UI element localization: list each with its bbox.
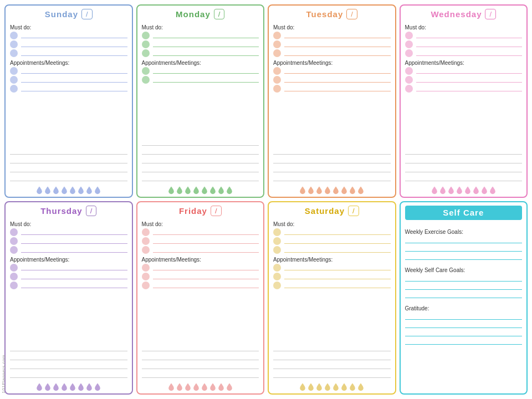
wednesday-notes (405, 94, 523, 182)
selfcare-exercise-label: Weekly Exercise Goals: (405, 229, 523, 235)
monday-title: Monday (176, 9, 211, 19)
monday-card: Monday / Must do: Appointments/Meetings: (136, 4, 265, 198)
tuesday-header: Tuesday / (273, 9, 391, 19)
monday-date-box[interactable]: / (214, 9, 225, 19)
sunday-todo-2 (10, 40, 127, 48)
thursday-water-tracker (10, 380, 127, 391)
saturday-appt-label: Appointments/Meetings: (273, 257, 391, 263)
sunday-appt-1 (10, 67, 127, 75)
thursday-card: Thursday / Must do: Appointments/Meeting… (4, 201, 133, 395)
sunday-title: Sunday (45, 9, 78, 19)
sunday-water-tracker (10, 183, 127, 195)
friday-header: Friday / (142, 206, 259, 216)
saturday-header: Saturday / (273, 206, 391, 216)
saturday-title: Saturday (305, 206, 345, 216)
sunday-appt-line-1[interactable] (21, 68, 127, 74)
selfcare-card: Self Care Weekly Exercise Goals: Weekly … (400, 201, 528, 395)
friday-date-box[interactable]: / (211, 206, 222, 216)
watermark: 101Planners.com (1, 355, 6, 393)
friday-water-tracker (142, 380, 259, 391)
thursday-date-box[interactable]: / (86, 206, 97, 216)
thursday-notes (10, 290, 127, 379)
tuesday-date-box[interactable]: / (346, 9, 357, 19)
saturday-card: Saturday / Must do: Appointments/Meeting… (268, 201, 396, 395)
sunday-bullet-2 (10, 40, 18, 48)
sunday-appt-3 (10, 85, 127, 93)
sunday-todo-1 (10, 32, 127, 39)
sunday-line-1[interactable] (21, 33, 127, 38)
sunday-todo-3 (10, 49, 127, 57)
saturday-date-box[interactable]: / (348, 206, 359, 216)
tuesday-water-tracker (273, 183, 391, 195)
sunday-drop-1[interactable] (36, 186, 43, 195)
monday-appt-label: Appointments/Meetings: (142, 60, 259, 66)
wednesday-card: Wednesday / Must do: Appointments/Meetin… (400, 4, 528, 198)
saturday-water-tracker (273, 380, 391, 391)
sunday-drop-4[interactable] (61, 186, 68, 195)
saturday-mustdo-label: Must do: (273, 221, 391, 227)
thursday-mustdo-label: Must do: (10, 221, 127, 227)
selfcare-goals-label: Weekly Self Care Goals: (405, 267, 523, 273)
tuesday-notes (273, 94, 391, 182)
tuesday-appt-label: Appointments/Meetings: (273, 60, 391, 66)
saturday-notes (273, 290, 391, 379)
sunday-bullet-1 (10, 32, 18, 39)
friday-appt-label: Appointments/Meetings: (142, 257, 259, 263)
wednesday-mustdo-label: Must do: (405, 24, 523, 30)
sunday-drop-8[interactable] (94, 186, 101, 195)
friday-title: Friday (179, 206, 207, 216)
sunday-bullet-3 (10, 49, 18, 57)
sunday-card: Sunday / Must do: Appointments/Meetings: (4, 4, 133, 198)
thursday-header: Thursday / (10, 206, 127, 216)
sunday-date-box[interactable]: / (81, 9, 93, 19)
friday-card: Friday / Must do: Appointments/Meetings: (136, 201, 265, 395)
sunday-drop-2[interactable] (44, 186, 51, 195)
sunday-appt-label: Appointments/Meetings: (10, 60, 127, 66)
friday-mustdo-label: Must do: (142, 221, 259, 227)
planner-grid: Sunday / Must do: Appointments/Meetings: (0, 0, 532, 399)
sunday-drop-5[interactable] (69, 186, 76, 195)
wednesday-water-tracker (405, 183, 523, 195)
sunday-appt-line-3[interactable] (21, 86, 127, 91)
sunday-drop-3[interactable] (53, 186, 59, 195)
sunday-line-3[interactable] (21, 50, 127, 56)
sunday-drop-6[interactable] (78, 186, 84, 195)
wednesday-appt-label: Appointments/Meetings: (405, 60, 523, 66)
tuesday-card: Tuesday / Must do: Appointments/Meetings… (268, 4, 396, 198)
selfcare-title: Self Care (443, 208, 484, 217)
sunday-appt-bullet-2 (10, 76, 18, 84)
sunday-appt-2 (10, 76, 127, 84)
sunday-drop-7[interactable] (86, 186, 93, 195)
selfcare-gratitude-label: Gratitude: (405, 305, 523, 311)
sunday-mustdo-label: Must do: (10, 24, 127, 30)
sunday-line-2[interactable] (21, 42, 127, 47)
monday-header: Monday / (142, 9, 259, 19)
wednesday-header: Wednesday / (405, 9, 523, 19)
sunday-notes (10, 94, 127, 182)
sunday-header: Sunday / (10, 9, 127, 19)
tuesday-mustdo-label: Must do: (273, 24, 391, 30)
sunday-appt-line-2[interactable] (21, 77, 127, 83)
monday-water-tracker (142, 183, 259, 195)
tuesday-title: Tuesday (306, 9, 344, 19)
monday-mustdo-label: Must do: (142, 24, 259, 30)
sunday-appt-bullet-3 (10, 85, 18, 93)
sunday-appt-bullet-1 (10, 67, 18, 75)
friday-notes (142, 290, 259, 379)
monday-notes (142, 85, 259, 182)
thursday-appt-label: Appointments/Meetings: (10, 257, 127, 263)
wednesday-title: Wednesday (431, 9, 482, 19)
thursday-title: Thursday (40, 206, 83, 216)
wednesday-date-box[interactable]: / (485, 9, 496, 19)
selfcare-header: Self Care (405, 206, 523, 220)
